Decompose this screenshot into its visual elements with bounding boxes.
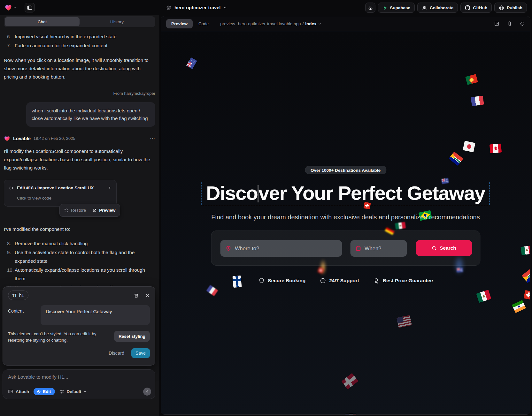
github-button[interactable]: GitHub [460, 3, 492, 13]
gear-icon [368, 5, 373, 11]
content-label: Content [8, 305, 41, 325]
tab-chat[interactable]: Chat [5, 17, 80, 26]
feature-secure-booking: Secure Booking [258, 277, 305, 284]
flag-mx-icon [520, 246, 530, 255]
flag-mx-icon [476, 290, 491, 303]
trash-icon[interactable] [134, 293, 139, 298]
assistant-paragraph: Now when you click on a location image, … [4, 56, 155, 81]
people-icon [422, 5, 427, 11]
assistant-list-top: Improved visual hierarchy in the expande… [4, 32, 155, 50]
assistant-paragraph: I'll modify the LocationScroll component… [4, 147, 155, 172]
github-icon [465, 5, 470, 11]
external-link-icon [92, 208, 97, 213]
flag-fr-icon [206, 285, 218, 296]
url-path: index [305, 21, 316, 26]
chevron-down-icon [13, 6, 16, 9]
publish-label: Publish [507, 5, 522, 10]
preview-version-button[interactable]: Preview [92, 206, 115, 215]
refresh-button[interactable] [520, 21, 525, 26]
reset-styling-button[interactable]: Reset styling [114, 331, 150, 342]
map-pin-icon [225, 246, 231, 252]
element-editor-panel: TT h1 Content Discover Your Perfect Geta… [3, 286, 155, 366]
text-size-icon: TT [12, 292, 17, 298]
topbar: hero-optimizer-travel Supabase Collabora… [0, 0, 532, 15]
edit-card-subtitle: Click to view code [17, 194, 112, 202]
flag-us-icon [397, 315, 412, 328]
message-timestamp: 18:42 on Feb 20, 2025 [34, 134, 75, 143]
collaborate-button[interactable]: Collaborate [417, 3, 458, 13]
flag-fr-icon [345, 414, 356, 414]
feature-label: Secure Booking [268, 278, 305, 284]
mobile-view-button[interactable] [507, 21, 512, 26]
tab-preview[interactable]: Preview [166, 19, 193, 28]
chat-messages: Improved visual hierarchy in the expande… [4, 32, 155, 301]
list-item: Use the activeIndex state to control bot… [7, 248, 155, 266]
restore-icon [64, 208, 69, 213]
close-icon[interactable] [145, 293, 150, 298]
composer-input[interactable]: Ask Lovable to modify H1... [8, 374, 150, 380]
panel-left-icon [27, 5, 33, 11]
sliders-icon [59, 389, 65, 394]
edit-mode-button[interactable]: Edit [34, 388, 55, 395]
feature-label: Best Price Guarantee [383, 278, 433, 284]
where-input[interactable]: Where to? [220, 240, 342, 257]
supabase-button[interactable]: Supabase [378, 3, 415, 13]
supabase-bolt-icon [382, 5, 387, 10]
attach-label: Attach [16, 389, 29, 394]
code-icon [9, 185, 14, 191]
flag-fr-icon [471, 95, 484, 106]
flag-jp-icon [463, 141, 475, 152]
composer: Ask Lovable to modify H1... Attach Edit … [3, 369, 155, 399]
assistant-paragraph: I've modified the component to: [4, 225, 155, 233]
tab-code[interactable]: Code [198, 21, 209, 26]
search-button[interactable]: Search [416, 240, 472, 256]
chevron-down-icon [83, 390, 87, 393]
flag-za-icon [449, 152, 463, 166]
discard-button[interactable]: Discard [109, 351, 124, 356]
preview-url[interactable]: preview--hero-optimizer-travel.lovable.a… [220, 21, 321, 26]
tab-history[interactable]: History [80, 17, 154, 26]
attach-button[interactable]: Attach [8, 389, 29, 394]
project-globe-icon [166, 5, 172, 11]
arrow-up-icon [145, 390, 149, 394]
element-tag-pill[interactable]: TT h1 [8, 291, 28, 300]
search-label: Search [440, 245, 456, 251]
settings-button[interactable] [365, 3, 375, 13]
url-separator: / [302, 21, 304, 26]
globe-icon [499, 5, 504, 11]
default-mode-selector[interactable]: Default [59, 389, 87, 394]
preview-viewport: Over 1000+ Destinations Available Discov… [161, 32, 530, 414]
preview-version-label: Preview [99, 206, 115, 215]
default-mode-label: Default [67, 389, 81, 394]
search-icon [431, 246, 436, 251]
version-actions: Restore Preview [59, 204, 120, 217]
flag-in-icon [512, 300, 526, 313]
project-name: hero-optimizer-travel [174, 5, 220, 10]
shield-icon [258, 277, 265, 284]
more-menu-icon[interactable]: ⋯ [150, 134, 155, 143]
edit-version-card[interactable]: Edit #18 • Improve Location Scroll UX Cl… [4, 180, 117, 207]
flag-au-icon [186, 57, 197, 69]
feature-label: 24/7 Support [329, 278, 359, 284]
list-item: Automatically expand/collapse locations … [7, 266, 155, 283]
save-button[interactable]: Save [131, 348, 150, 358]
sidebar-toggle-button[interactable] [25, 3, 35, 12]
feature-price-guarantee: Best Price Guarantee [373, 277, 433, 284]
url-host: preview--hero-optimizer-travel.lovable.a… [220, 21, 301, 26]
supabase-label: Supabase [390, 5, 410, 10]
lovable-heart-icon [4, 4, 12, 11]
content-input[interactable]: Discover Your Perfect Getaway [41, 305, 150, 325]
image-icon [8, 389, 13, 394]
chevron-down-icon [223, 6, 227, 10]
hero-subtitle: Find and book your dream destination wit… [211, 214, 480, 221]
collaborate-label: Collaborate [430, 5, 453, 10]
publish-button[interactable]: Publish [494, 3, 527, 13]
send-button[interactable] [143, 388, 151, 396]
lovable-logo-menu[interactable] [4, 4, 16, 11]
open-external-button[interactable] [494, 21, 499, 26]
project-switcher[interactable]: hero-optimizer-travel [166, 0, 227, 15]
restore-button[interactable]: Restore [64, 206, 86, 215]
hero-title-selected[interactable]: Discover Your Perfect Getaway [201, 182, 490, 205]
when-input[interactable]: When? [350, 240, 407, 257]
preview-panel: Preview Code preview--hero-optimizer-tra… [161, 16, 530, 415]
